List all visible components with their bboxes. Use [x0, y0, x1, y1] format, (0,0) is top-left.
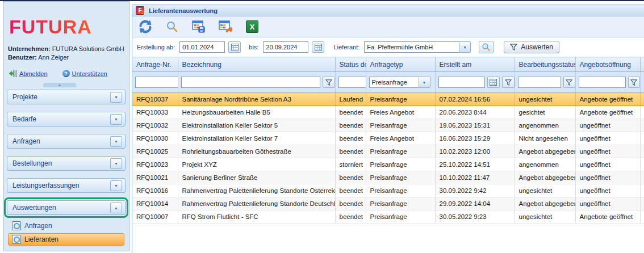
cell[interactable]: 16.06.2023 15:29	[435, 132, 515, 145]
cell[interactable]: Preisanfrage	[366, 210, 435, 224]
filter-calendar-button-4[interactable]	[487, 77, 500, 88]
cell[interactable]: RFQ10014	[132, 197, 178, 210]
cell[interactable]: RFQ10025	[132, 145, 178, 158]
cell[interactable]: Angebot abgegeben	[515, 145, 575, 158]
sidebar-splitter[interactable]: ▲	[3, 83, 129, 87]
cell[interactable]: 25.10.2022 14:51	[435, 158, 515, 171]
cell[interactable]: beendet	[335, 171, 366, 184]
cell[interactable]: angenommen	[515, 158, 575, 171]
column-header-4[interactable]: Erstellt am	[435, 57, 515, 72]
from-date-input[interactable]	[179, 41, 225, 53]
table-row[interactable]: RFQ10016Rahmenvertrag Palettenlieferung …	[132, 184, 644, 197]
cell[interactable]: Rahmenvertrag Palettenlieferung Standort…	[178, 197, 335, 210]
cell[interactable]: Angebote geöffnet	[575, 210, 640, 224]
cell[interactable]: ungesichtet	[515, 93, 575, 106]
sidebar-item-lieferanten[interactable]: Lieferanten	[8, 233, 124, 246]
column-header-6[interactable]: Angebotsöffnung	[575, 57, 640, 72]
cell[interactable]: ungeöffnet	[575, 132, 640, 145]
cell[interactable]: Preisanfrage	[366, 119, 435, 132]
sidebar-section-bedarfe[interactable]: Bedarfe ▼	[7, 112, 126, 126]
filter-input-2[interactable]	[338, 77, 366, 88]
cell[interactable]: Nicht angesehen	[515, 132, 575, 145]
cell[interactable]: 10.10.2022 11:47	[435, 171, 515, 184]
filter-input-1[interactable]	[181, 77, 320, 88]
to-date-calendar-button[interactable]	[312, 41, 324, 53]
cell[interactable]: beendet	[335, 119, 366, 132]
cell[interactable]: Angebote geöffnet	[575, 106, 640, 119]
filter-funnel-button-6[interactable]	[628, 77, 640, 88]
chevron-down-icon[interactable]: ▼	[110, 158, 122, 169]
support-link[interactable]: ? Unterstützen	[62, 70, 107, 77]
export-layout-button[interactable]	[218, 19, 233, 34]
cell[interactable]: beendet	[335, 132, 366, 145]
cell[interactable]: RFQ Strom Flutlicht - SFC	[178, 210, 335, 224]
filter-input-0[interactable]	[135, 77, 178, 88]
supplier-dropdown-icon[interactable]: ▼	[459, 41, 471, 53]
table-row[interactable]: RFQ10025Rohrleitungsbauarbeiten Göthestr…	[132, 145, 644, 158]
sidebar-item-anfragen[interactable]: Anfragen	[8, 220, 124, 232]
cell[interactable]: Angebot abgegeben	[515, 171, 575, 184]
cell[interactable]: Sanierung Berliner Straße	[178, 171, 335, 184]
cell[interactable]: Heizungsbauarbeiten Halle B5	[178, 106, 335, 119]
column-header-5[interactable]: Bearbeitungsstatus	[515, 57, 575, 72]
chevron-up-icon[interactable]: ▲	[110, 203, 122, 213]
cell[interactable]: Elektroinstallation Keller Sektor 7	[178, 132, 335, 145]
table-row[interactable]: RFQ10037Sanitäranlage Nordtribüne Sektio…	[132, 93, 644, 106]
filter-input-6[interactable]	[579, 77, 626, 88]
to-date-input[interactable]	[263, 41, 308, 53]
excel-export-button[interactable]: X	[245, 19, 260, 34]
sidebar-section-leistungserfassungen[interactable]: Leistungserfassungen ▼	[7, 178, 126, 193]
cell[interactable]: ungesichtet	[515, 184, 575, 197]
cell[interactable]: Freies Angebot	[366, 132, 435, 145]
cell[interactable]: ungeöffnet	[575, 197, 640, 210]
cell[interactable]: beendet	[335, 145, 366, 158]
cell[interactable]: ungeöffnet	[575, 184, 640, 197]
sidebar-section-auswertungen[interactable]: Auswertungen ▲	[7, 200, 126, 215]
evaluate-button[interactable]: Auswerten	[504, 41, 559, 53]
cell[interactable]: 30.05.2022 9:23	[435, 210, 515, 224]
cell[interactable]: Angebot abgegeben	[515, 197, 575, 210]
save-layout-button[interactable]	[191, 19, 206, 34]
cell[interactable]: RFQ10037	[132, 93, 178, 106]
cell[interactable]: ungeöffnet	[575, 145, 640, 158]
cell[interactable]: 10.02.2023 12:00	[435, 145, 515, 158]
sidebar-section-bestellungen[interactable]: Bestellungen ▼	[7, 156, 126, 171]
cell[interactable]: storniert	[335, 158, 366, 171]
cell[interactable]: beendet	[335, 106, 366, 119]
refresh-button[interactable]	[138, 19, 153, 34]
chevron-down-icon[interactable]: ▼	[110, 114, 122, 125]
table-row[interactable]: RFQ10030Elektroinstallation Keller Sekto…	[132, 132, 644, 145]
cell[interactable]: Preisanfrage	[366, 145, 435, 158]
table-row[interactable]: RFQ10021Sanierung Berliner Straßebeendet…	[132, 171, 644, 184]
supplier-search-button[interactable]	[479, 41, 494, 53]
cell[interactable]: RFQ10030	[132, 132, 178, 145]
column-header-2[interactable]: Status der	[335, 57, 366, 72]
cell[interactable]: RFQ10032	[132, 119, 178, 132]
cell[interactable]: Rahmenvertrag Palettenlieferung Standort…	[178, 184, 335, 197]
cell[interactable]: Rohrleitungsbauarbeiten Göthestraße	[178, 145, 335, 158]
cell[interactable]: 07.02.2024 16:56	[435, 93, 515, 106]
cell[interactable]: RFQ10016	[132, 184, 178, 197]
column-header-7[interactable]	[640, 57, 644, 72]
filter-select-input-3[interactable]	[369, 77, 419, 88]
table-row[interactable]: RFQ10033Heizungsbauarbeiten Halle B5been…	[132, 106, 644, 119]
cell[interactable]: 29.09.2022 14:04	[435, 197, 515, 210]
cell[interactable]: Preisanfrage	[366, 171, 435, 184]
cell[interactable]: ungeöffnet	[575, 171, 640, 184]
sidebar-section-anfragen[interactable]: Anfragen ▼	[7, 134, 126, 149]
column-header-3[interactable]: Anfragetyp	[366, 57, 435, 72]
splitter-collapse-icon[interactable]: ▲	[43, 83, 76, 87]
table-row[interactable]: RFQ10023Projekt XYZstorniertPreisanfrage…	[132, 158, 644, 171]
chevron-down-icon[interactable]: ▼	[419, 77, 430, 88]
cell[interactable]: Laufend	[335, 93, 366, 106]
filter-input-4[interactable]	[438, 77, 485, 88]
cell[interactable]: RFQ10007	[132, 210, 178, 224]
chevron-down-icon[interactable]: ▼	[110, 180, 122, 191]
cell[interactable]: Projekt XYZ	[178, 158, 335, 171]
filter-input-5[interactable]	[518, 77, 561, 88]
cell[interactable]: beendet	[335, 197, 366, 210]
logout-link[interactable]: Abmelden	[9, 70, 48, 77]
cell[interactable]: Preisanfrage	[366, 93, 435, 106]
cell[interactable]: Preisanfrage	[366, 197, 435, 210]
cell[interactable]: Elektroinstallation Keller Sektor 5	[178, 119, 335, 132]
